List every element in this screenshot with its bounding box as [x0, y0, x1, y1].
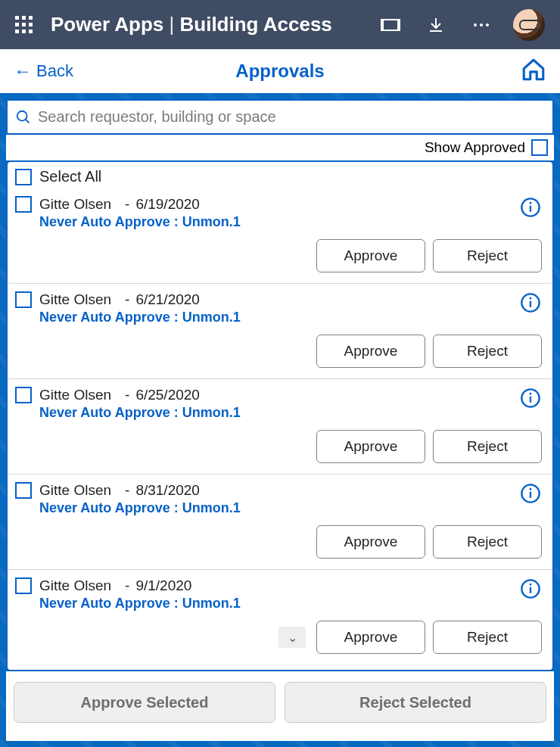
back-label: Back: [36, 61, 73, 81]
back-arrow-icon: ←: [14, 62, 32, 80]
svg-point-8: [17, 110, 27, 120]
request-checkbox[interactable]: [15, 291, 32, 308]
svg-point-12: [530, 202, 532, 204]
more-icon[interactable]: [468, 11, 495, 39]
home-button[interactable]: [521, 57, 546, 86]
request-date: 6/19/2020: [135, 196, 200, 212]
request-title: Gitte Olsen-8/31/2020: [39, 482, 512, 499]
request-title: Gitte Olsen-6/21/2020: [39, 291, 512, 308]
date-separator: -: [125, 196, 129, 212]
request-checkbox[interactable]: [15, 577, 32, 594]
request-detail: Never Auto Approve : Unmon.1: [39, 405, 512, 421]
search-icon: [15, 109, 32, 126]
svg-point-24: [530, 584, 532, 586]
reject-button[interactable]: Reject: [433, 335, 542, 368]
requestor-name: Gitte Olsen: [39, 196, 111, 212]
requests-list: Select All Gitte Olsen-6/19/2020Never Au…: [6, 160, 554, 671]
svg-point-18: [530, 393, 532, 395]
info-button[interactable]: [519, 291, 542, 314]
request-item: Gitte Olsen-6/25/2020Never Auto Approve …: [8, 378, 552, 474]
title-bar: Power Apps | Building Access: [0, 0, 560, 49]
fit-to-window-icon[interactable]: [377, 11, 404, 39]
chevron-down-icon[interactable]: ⌄: [278, 627, 306, 648]
date-separator: -: [125, 291, 129, 307]
title-separator: |: [163, 13, 179, 36]
request-date: 8/31/2020: [135, 482, 200, 498]
app-name: Power Apps: [51, 13, 163, 36]
info-button[interactable]: [519, 482, 542, 505]
reject-button[interactable]: Reject: [433, 239, 542, 272]
request-checkbox[interactable]: [15, 387, 32, 403]
request-detail: Never Auto Approve : Unmon.1: [39, 214, 512, 230]
request-title: Gitte Olsen-9/1/2020: [39, 577, 512, 594]
requestor-name: Gitte Olsen: [39, 577, 111, 593]
search-input[interactable]: [38, 108, 545, 126]
request-title: Gitte Olsen-6/25/2020: [39, 387, 512, 403]
svg-line-9: [26, 119, 30, 123]
avatar[interactable]: [513, 9, 545, 41]
request-detail: Never Auto Approve : Unmon.1: [39, 500, 512, 516]
reject-button[interactable]: Reject: [433, 430, 542, 463]
select-all-label: Select All: [39, 168, 101, 185]
request-item: Gitte Olsen-8/31/2020Never Auto Approve …: [8, 474, 552, 569]
page-name: Building Access: [180, 13, 332, 36]
approve-button[interactable]: Approve: [316, 525, 425, 559]
approve-selected-button[interactable]: Approve Selected: [14, 682, 275, 723]
approve-button[interactable]: Approve: [316, 621, 425, 654]
date-separator: -: [125, 387, 129, 403]
waffle-icon[interactable]: [15, 16, 33, 33]
show-approved-row: Show Approved: [6, 135, 554, 160]
download-icon[interactable]: [422, 11, 450, 39]
info-button[interactable]: [519, 196, 542, 219]
info-button[interactable]: [519, 387, 542, 409]
date-separator: -: [125, 577, 129, 593]
requestor-name: Gitte Olsen: [39, 482, 111, 498]
request-date: 6/25/2020: [135, 387, 200, 403]
request-checkbox[interactable]: [15, 196, 32, 213]
request-item: Gitte Olsen-9/1/2020Never Auto Approve :…: [8, 569, 552, 665]
reject-selected-button[interactable]: Reject Selected: [285, 682, 546, 723]
search-field[interactable]: [6, 99, 554, 135]
svg-point-15: [530, 297, 532, 300]
request-detail: Never Auto Approve : Unmon.1: [39, 596, 512, 612]
request-detail: Never Auto Approve : Unmon.1: [39, 310, 512, 325]
app-body: Show Approved Select All Gitte Olsen-6/1…: [0, 93, 560, 747]
requestor-name: Gitte Olsen: [39, 291, 111, 307]
title-text: Power Apps | Building Access: [51, 13, 368, 36]
subheader: ← Back Approvals: [0, 49, 560, 93]
svg-point-21: [530, 488, 532, 490]
select-all-checkbox[interactable]: [15, 169, 32, 185]
request-item: Gitte Olsen-6/21/2020Never Auto Approve …: [8, 283, 552, 378]
request-checkbox[interactable]: [15, 482, 32, 499]
request-title: Gitte Olsen-6/19/2020: [39, 196, 512, 213]
approve-button[interactable]: Approve: [316, 430, 425, 463]
svg-point-7: [486, 23, 489, 26]
footer-actions: Approve Selected Reject Selected: [6, 671, 554, 741]
reject-button[interactable]: Reject: [433, 525, 542, 559]
page-title: Approvals: [235, 61, 324, 82]
request-date: 6/21/2020: [135, 291, 200, 307]
info-button[interactable]: [519, 577, 542, 600]
request-date: 9/1/2020: [135, 577, 191, 593]
svg-rect-0: [383, 20, 398, 30]
approve-button[interactable]: Approve: [316, 335, 425, 368]
svg-point-5: [474, 23, 477, 26]
svg-point-6: [480, 23, 483, 26]
select-all-row: Select All: [8, 162, 552, 188]
back-button[interactable]: ← Back: [14, 61, 73, 81]
approve-button[interactable]: Approve: [316, 239, 425, 272]
request-item: Gitte Olsen-6/19/2020Never Auto Approve …: [8, 188, 552, 283]
requestor-name: Gitte Olsen: [39, 387, 111, 403]
reject-button[interactable]: Reject: [433, 621, 542, 654]
show-approved-label: Show Approved: [425, 139, 525, 156]
date-separator: -: [125, 482, 129, 498]
show-approved-checkbox[interactable]: [531, 139, 548, 156]
